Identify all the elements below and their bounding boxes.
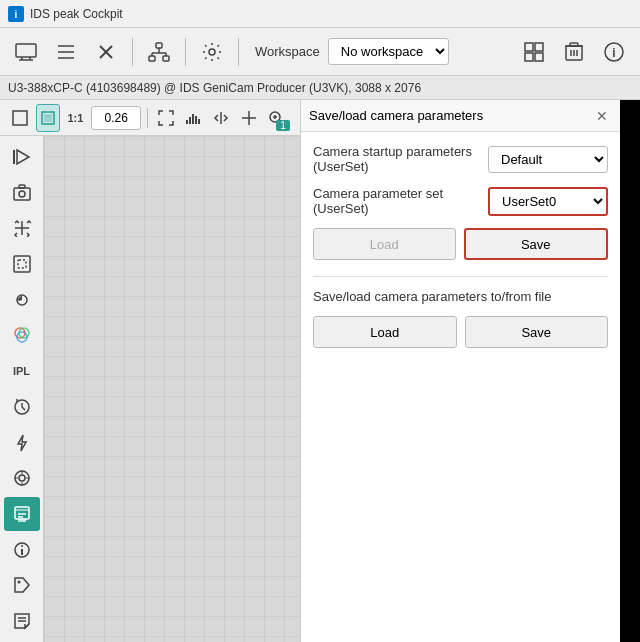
startup-params-control: Default UserSet0 UserSet1 UserSet2 [488,146,608,173]
file-save-button[interactable]: Save [465,316,609,348]
side-btn-roi[interactable] [4,461,40,495]
canvas-grid [44,136,300,642]
border-btn[interactable] [8,104,32,132]
svg-rect-2 [16,44,36,57]
settings-button[interactable] [194,34,230,70]
param-set-row: Camera parameter set (UserSet) UserSet0 … [313,186,608,216]
file-buttons: Load Save [313,316,608,348]
param-set-load-button[interactable]: Load [313,228,456,260]
separator-3 [238,38,239,66]
one-to-one-btn[interactable]: 1:1 [64,104,88,132]
camera-info-text: U3-388xCP-C (4103698489) @ IDS GeniCam P… [8,81,421,95]
camera-info-bar: U3-388xCP-C (4103698489) @ IDS GeniCam P… [0,76,640,100]
svg-rect-31 [13,111,27,125]
startup-params-select[interactable]: Default UserSet0 UserSet1 UserSet2 [488,146,608,173]
panel-area: Save/load camera parameters ✕ Camera sta… [300,100,620,642]
toolbar-right: i [516,34,632,70]
svg-rect-25 [570,43,578,46]
number-badge: 1 [276,120,290,131]
svg-rect-11 [156,43,162,48]
svg-rect-21 [525,53,533,61]
svg-rect-36 [192,114,194,124]
param-set-select[interactable]: UserSet0 UserSet1 UserSet2 [488,187,608,216]
info-button[interactable]: i [596,34,632,70]
svg-rect-12 [149,56,155,61]
panel-header: Save/load camera parameters ✕ [301,100,620,132]
section-divider [313,276,608,277]
side-btn-camera-info[interactable] [4,533,40,567]
side-btn-brightness[interactable] [4,283,40,317]
svg-rect-34 [186,120,188,124]
close-camera-button[interactable] [88,34,124,70]
svg-point-74 [21,545,23,547]
fullscreen-btn[interactable] [154,104,178,132]
side-btn-single-capture[interactable] [4,176,40,210]
svg-marker-46 [17,150,29,164]
panel-title: Save/load camera parameters [309,108,483,123]
monitor-button[interactable] [8,34,44,70]
app-icon: i [8,6,24,22]
title-bar: i IDS peak Cockpit [0,0,640,28]
delete-button[interactable] [556,34,592,70]
param-set-save-button[interactable]: Save [464,228,609,260]
canvas-area: 1:1 1 [0,100,300,642]
svg-point-76 [17,581,20,584]
svg-rect-72 [18,519,26,522]
svg-rect-54 [18,260,26,268]
file-load-button[interactable]: Load [313,316,457,348]
side-btn-tag[interactable] [4,569,40,603]
image-toolbar: 1:1 1 [0,100,300,136]
svg-point-63 [19,475,25,481]
svg-rect-53 [14,256,30,272]
svg-point-50 [19,191,25,197]
workspace-label: Workspace [255,44,320,59]
main-toolbar: Workspace No workspace i [0,28,640,76]
network-button[interactable] [141,34,177,70]
workspace-select[interactable]: No workspace [328,38,449,65]
side-btn-trigger[interactable] [4,390,40,424]
svg-rect-22 [535,53,543,61]
app-title: IDS peak Cockpit [30,7,123,21]
svg-rect-33 [44,114,52,122]
crosshair-btn[interactable] [237,104,261,132]
side-btn-transform[interactable] [4,211,40,245]
main-area: 1:1 1 [0,100,640,642]
side-btn-ipl[interactable]: IPL [4,354,40,388]
separator-1 [132,38,133,66]
side-toolbar: IPL [0,136,44,642]
flip-btn[interactable] [209,104,233,132]
black-area [620,100,640,642]
layout-grid-button[interactable] [516,34,552,70]
list-button[interactable] [48,34,84,70]
panel-content: Camera startup parameters (UserSet) Defa… [301,132,620,642]
side-btn-image-overlay[interactable] [4,247,40,281]
svg-rect-20 [535,43,543,51]
histogram-btn[interactable] [182,104,206,132]
separator-2 [185,38,186,66]
svg-rect-13 [163,56,169,61]
panel-close-button[interactable]: ✕ [592,106,612,126]
svg-rect-19 [525,43,533,51]
side-btn-notes[interactable] [4,604,40,638]
svg-rect-49 [19,185,25,188]
svg-text:i: i [15,9,18,20]
fit-btn[interactable] [36,104,60,132]
svg-rect-38 [198,119,200,124]
side-btn-color[interactable] [4,319,40,353]
svg-rect-48 [14,188,30,200]
file-section-label: Save/load camera parameters to/from file [313,289,608,304]
svg-text:i: i [612,46,615,60]
svg-marker-61 [18,435,26,451]
svg-point-18 [209,49,215,55]
side-btn-camera-params[interactable] [4,497,40,531]
side-btn-flash[interactable] [4,426,40,460]
zoom-input[interactable] [91,106,141,130]
param-set-label: Camera parameter set (UserSet) [313,186,488,216]
param-set-buttons: Load Save [313,228,608,260]
svg-rect-35 [189,117,191,124]
svg-rect-37 [195,116,197,124]
startup-params-row: Camera startup parameters (UserSet) Defa… [313,144,608,174]
img-tb-sep-1 [147,108,148,128]
startup-params-label: Camera startup parameters (UserSet) [313,144,488,174]
side-btn-video-stream[interactable] [4,140,40,174]
